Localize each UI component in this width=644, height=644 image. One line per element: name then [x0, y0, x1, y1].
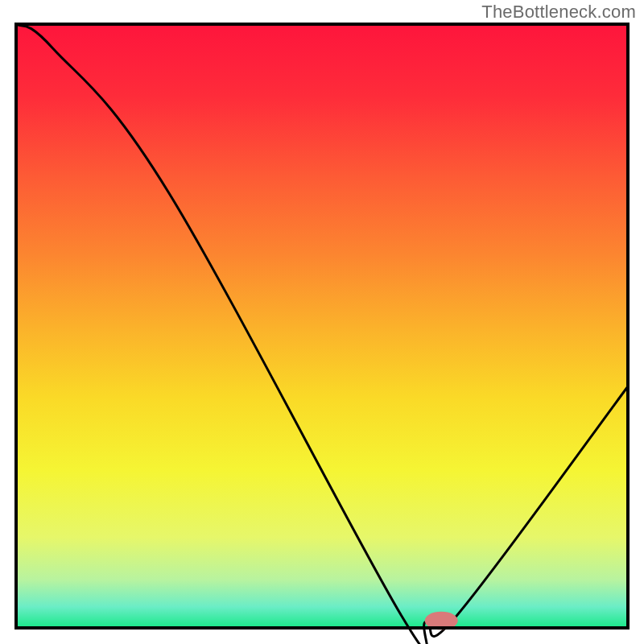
watermark-text: TheBottleneck.com — [481, 2, 636, 23]
chart-svg — [0, 0, 644, 644]
plot-area — [16, 24, 628, 644]
plot-background — [16, 24, 628, 628]
bottleneck-chart: TheBottleneck.com — [0, 0, 644, 644]
